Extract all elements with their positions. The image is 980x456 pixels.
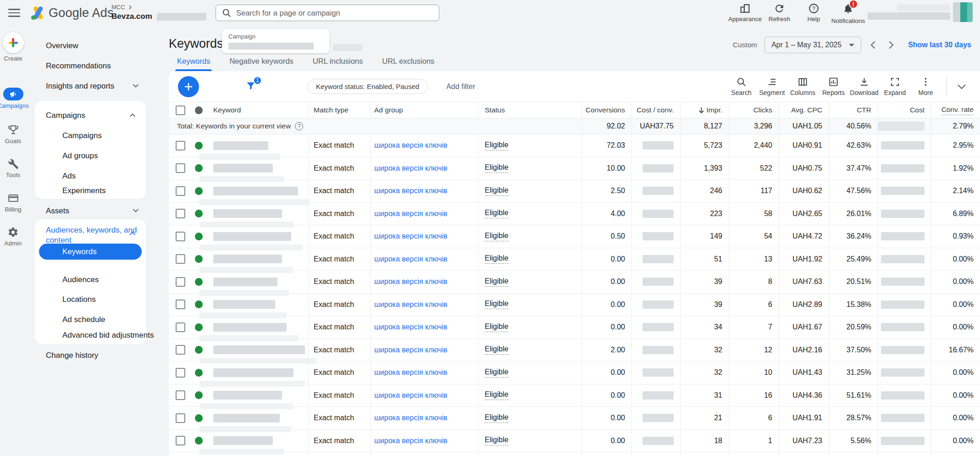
status-eligible[interactable]: Eligible xyxy=(485,232,509,241)
campaign-scope-card[interactable]: Campaign xyxy=(222,29,329,53)
column-header-conv-rate[interactable]: Conv. rate xyxy=(931,102,980,118)
ad-group-link[interactable]: широка версія ключів xyxy=(374,232,448,240)
sidebar-item-keywords-active[interactable]: Keywords xyxy=(39,244,142,260)
ad-group-link[interactable]: широка версія ключів xyxy=(374,346,448,354)
sidebar-item-ads[interactable]: Ads xyxy=(62,172,76,181)
row-checkbox[interactable] xyxy=(176,209,185,218)
notifications-button[interactable]: ! Notifications xyxy=(831,3,865,24)
status-eligible[interactable]: Eligible xyxy=(485,436,509,445)
ad-group-link[interactable]: широка версія ключів xyxy=(374,437,448,445)
collapse-toolbar-button[interactable] xyxy=(952,84,971,89)
column-header-match-type[interactable]: Match type xyxy=(308,102,371,118)
sidebar-item-insights[interactable]: Insights and reports xyxy=(46,82,114,91)
more-button[interactable]: More xyxy=(910,77,941,96)
search-input[interactable] xyxy=(236,9,433,17)
chevron-down-icon[interactable] xyxy=(133,208,139,213)
row-checkbox[interactable] xyxy=(176,163,185,173)
row-checkbox[interactable] xyxy=(176,413,185,423)
sidebar-item-ad-schedule[interactable]: Ad schedule xyxy=(62,315,105,324)
ad-group-link[interactable]: широка версія ключів xyxy=(374,368,448,377)
sidebar-group-audiences-keywords-content[interactable]: Audiences, keywords, and content xyxy=(46,225,137,245)
column-header-clicks[interactable]: Clicks xyxy=(729,102,779,118)
row-checkbox[interactable] xyxy=(176,277,185,287)
sidebar-item-recommendations[interactable]: Recommendations xyxy=(46,61,111,71)
select-all-checkbox[interactable] xyxy=(176,106,185,115)
column-header-impressions[interactable]: Impr. xyxy=(680,102,729,118)
columns-button[interactable]: Columns xyxy=(787,77,818,96)
status-eligible[interactable]: Eligible xyxy=(485,163,509,173)
row-checkbox[interactable] xyxy=(176,232,185,241)
ad-group-link[interactable]: широка версія ключів xyxy=(374,391,448,400)
menu-icon[interactable] xyxy=(8,9,20,17)
rail-item-goals[interactable]: Goals xyxy=(0,124,26,145)
segment-button[interactable]: Segment xyxy=(757,77,787,96)
column-header-ad-group[interactable]: Ad group xyxy=(371,102,478,118)
sidebar-group-campaigns[interactable]: Campaigns xyxy=(46,111,85,120)
row-checkbox[interactable] xyxy=(176,254,185,264)
status-eligible[interactable]: Eligible xyxy=(485,209,509,218)
row-checkbox[interactable] xyxy=(176,300,185,309)
chevron-up-icon[interactable] xyxy=(129,231,136,236)
row-checkbox[interactable] xyxy=(176,345,185,355)
refresh-button[interactable]: Refresh xyxy=(762,3,797,24)
sidebar-item-advanced-bid-adjustments[interactable]: Advanced bid adjustments xyxy=(62,331,154,340)
help-icon[interactable]: ? xyxy=(295,122,303,130)
status-eligible[interactable]: Eligible xyxy=(485,300,509,309)
status-eligible[interactable]: Eligible xyxy=(485,277,509,287)
keyword-status-filter-chip[interactable]: Keyword status: Enabled, Paused xyxy=(307,79,428,94)
status-eligible[interactable]: Eligible xyxy=(485,413,509,423)
column-header-keyword[interactable]: Keyword xyxy=(209,102,308,118)
status-eligible[interactable]: Eligible xyxy=(485,368,509,378)
sidebar-item-campaigns[interactable]: Campaigns xyxy=(62,131,102,140)
account-name[interactable]: Bevza.com xyxy=(111,12,152,21)
tab-url-exclusions[interactable]: URL exclusions xyxy=(382,55,434,71)
ad-group-link[interactable]: широка версія ключів xyxy=(374,255,448,263)
status-eligible[interactable]: Eligible xyxy=(485,186,509,196)
status-eligible[interactable]: Eligible xyxy=(485,254,509,264)
ad-group-link[interactable]: широка версія ключів xyxy=(374,164,448,172)
date-range-picker[interactable]: Apr 1 – May 31, 2025 xyxy=(764,37,861,53)
account-area[interactable] xyxy=(868,2,973,22)
tab-keywords[interactable]: Keywords xyxy=(177,55,210,71)
tab-negative-keywords[interactable]: Negative keywords xyxy=(229,55,293,71)
sidebar-item-ad-groups[interactable]: Ad groups xyxy=(62,151,98,161)
rail-item-tools[interactable]: Tools xyxy=(0,158,26,178)
ad-group-link[interactable]: широка версія ключів xyxy=(374,414,448,422)
row-checkbox[interactable] xyxy=(176,436,185,445)
status-eligible[interactable]: Eligible xyxy=(485,345,509,355)
ad-group-link[interactable]: широка версія ключів xyxy=(374,278,448,286)
row-checkbox[interactable] xyxy=(176,141,185,150)
expand-button[interactable]: Expand xyxy=(880,77,910,96)
row-checkbox[interactable] xyxy=(176,368,185,378)
column-header-cost-per-conv[interactable]: Cost / conv. xyxy=(631,102,680,118)
status-eligible[interactable]: Eligible xyxy=(485,323,509,332)
rail-item-campaigns[interactable]: Campaigns xyxy=(0,88,26,109)
add-filter-button[interactable]: Add filter xyxy=(446,83,475,91)
tab-url-inclusions[interactable]: URL inclusions xyxy=(313,55,363,71)
previous-period-button[interactable] xyxy=(866,38,880,52)
search-table-button[interactable]: Search xyxy=(726,77,757,96)
sidebar-item-locations[interactable]: Locations xyxy=(62,295,96,304)
avatar[interactable] xyxy=(953,2,973,22)
column-header-status[interactable]: Status xyxy=(478,102,581,118)
show-last-30-days-link[interactable]: Show last 30 days xyxy=(908,41,971,49)
appearance-button[interactable]: Appearance xyxy=(728,3,762,24)
row-checkbox[interactable] xyxy=(176,323,185,332)
ad-group-link[interactable]: широка версія ключів xyxy=(374,300,448,309)
column-header-cost[interactable]: Cost xyxy=(878,102,931,118)
sidebar-item-experiments[interactable]: Experiments xyxy=(62,186,105,195)
status-eligible[interactable]: Eligible xyxy=(485,390,509,400)
column-header-avg-cpc[interactable]: Avg. CPC xyxy=(779,102,829,118)
ad-group-link[interactable]: широка версія ключів xyxy=(374,187,448,195)
row-checkbox[interactable] xyxy=(176,186,185,196)
sidebar-item-audiences[interactable]: Audiences xyxy=(62,275,99,284)
ad-group-link[interactable]: широка версія ключів xyxy=(374,141,448,150)
column-header-ctr[interactable]: CTR xyxy=(829,102,878,118)
chevron-down-icon[interactable] xyxy=(133,83,139,88)
sidebar-item-assets[interactable]: Assets xyxy=(46,206,69,216)
help-button[interactable]: ? Help xyxy=(797,3,831,24)
column-header-conversions[interactable]: Conversions xyxy=(581,102,631,118)
rail-item-admin[interactable]: Admin xyxy=(0,227,26,247)
sidebar-item-change-history[interactable]: Change history xyxy=(46,351,98,360)
add-keyword-button[interactable] xyxy=(178,76,199,97)
